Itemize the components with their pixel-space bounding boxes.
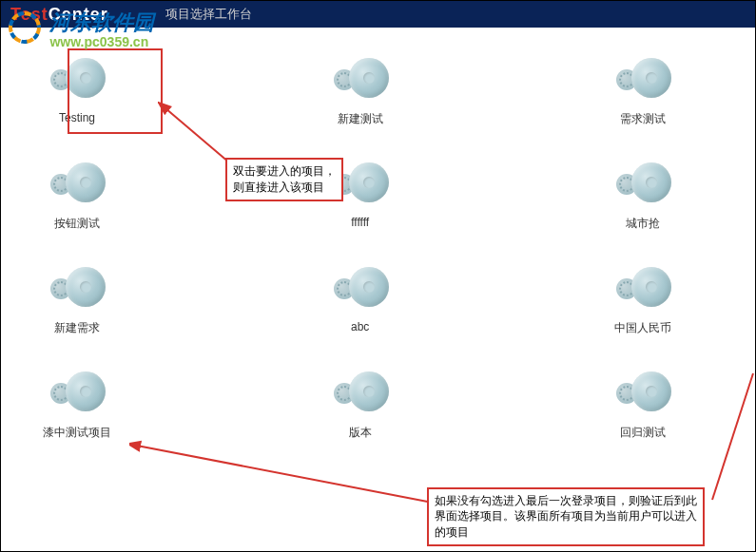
project-label: 漆中测试项目 [43,425,111,441]
gear-big-icon [349,58,389,98]
project-label: ffffff [351,216,369,229]
project-item[interactable]: 新建需求 [20,265,134,336]
app-header: TestCenter 项目选择工作台 [1,1,755,28]
gear-big-icon [631,58,671,98]
page-title: 项目选择工作台 [165,6,252,23]
project-label: 中国人民币 [614,320,671,336]
project-item[interactable]: abc [303,265,417,336]
project-icon [332,265,389,313]
project-label: 按钮测试 [54,216,100,232]
project-icon [614,161,671,208]
project-label: 需求测试 [620,111,666,127]
project-label: abc [351,320,369,333]
project-grid-container: Testing新建测试需求测试按钮测试ffffff城市抢新建需求abc中国人民币… [1,28,755,469]
project-icon [332,56,389,104]
gear-big-icon [66,162,106,202]
project-icon [332,370,389,417]
gear-big-icon [631,371,671,411]
project-item[interactable]: 新建测试 [303,56,417,127]
project-icon [48,56,106,104]
project-icon [48,265,106,313]
gear-big-icon [349,371,389,411]
project-label: 新建测试 [338,111,383,127]
project-item[interactable]: 回归测试 [586,370,700,441]
project-icon [48,161,106,208]
gear-big-icon [66,371,106,411]
app-logo: TestCenter [10,5,108,25]
project-item[interactable]: 漆中测试项目 [20,370,134,441]
gear-big-icon [349,162,389,202]
gear-big-icon [66,58,106,98]
project-label: 城市抢 [626,216,660,232]
project-label: 版本 [349,425,372,441]
project-item[interactable]: 需求测试 [586,56,700,127]
logo-part-1: Test [10,5,48,24]
project-label: 回归测试 [620,425,666,441]
callout-1: 双击要进入的项目，则直接进入该项目 [225,158,343,201]
logo-part-2: Center [48,5,108,24]
project-item[interactable]: 中国人民币 [586,265,700,336]
project-item[interactable]: 按钮测试 [20,161,134,232]
project-label: 新建需求 [54,320,100,336]
project-label: Testing [59,111,95,124]
gear-big-icon [631,267,671,307]
project-item[interactable]: Testing [20,56,134,127]
project-icon [614,56,671,104]
callout-2: 如果没有勾选进入最后一次登录项目，则验证后到此界面选择项目。该界面所有项目为当前… [427,487,705,546]
project-item[interactable]: 版本 [303,370,417,441]
project-icon [614,370,671,417]
project-item[interactable]: 城市抢 [586,161,700,232]
project-icon [48,370,106,417]
project-icon [614,265,671,313]
gear-big-icon [66,267,106,307]
gear-big-icon [349,267,389,307]
gear-big-icon [631,162,671,202]
